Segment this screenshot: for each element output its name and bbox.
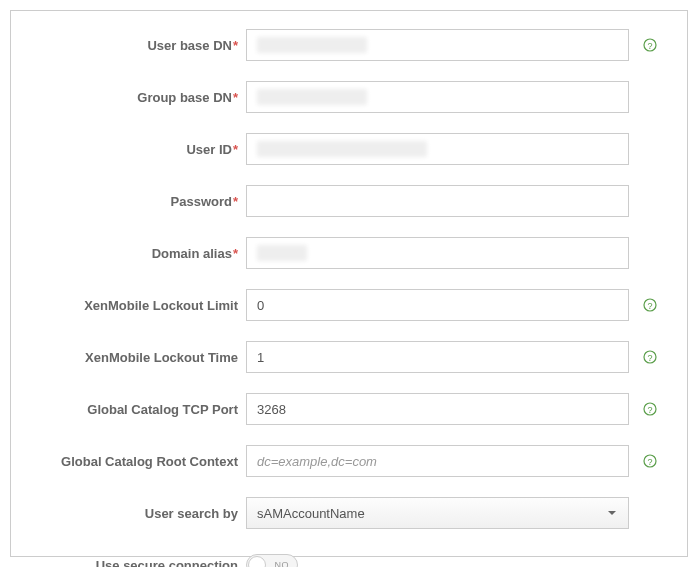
required-mark: * bbox=[233, 194, 238, 209]
label-domain-alias: Domain alias* bbox=[21, 246, 246, 261]
chevron-down-icon bbox=[608, 511, 616, 515]
row-gc-root: Global Catalog Root Context ? bbox=[21, 445, 657, 477]
label-lockout-limit: XenMobile Lockout Limit bbox=[21, 298, 246, 313]
redacted-value bbox=[257, 245, 307, 261]
row-user-base-dn: User base DN* ? bbox=[21, 29, 657, 61]
redacted-value bbox=[257, 141, 427, 157]
input-gc-port[interactable] bbox=[246, 393, 629, 425]
required-mark: * bbox=[233, 90, 238, 105]
select-value: sAMAccountName bbox=[257, 506, 365, 521]
row-lockout-limit: XenMobile Lockout Limit ? bbox=[21, 289, 657, 321]
label-use-secure: Use secure connection bbox=[21, 558, 246, 568]
select-user-search-by[interactable]: sAMAccountName bbox=[246, 497, 629, 529]
label-group-base-dn: Group base DN* bbox=[21, 90, 246, 105]
help-icon[interactable]: ? bbox=[643, 38, 657, 52]
input-lockout-time[interactable] bbox=[246, 341, 629, 373]
row-group-base-dn: Group base DN* bbox=[21, 81, 657, 113]
required-mark: * bbox=[233, 142, 238, 157]
ldap-settings-form: User base DN* ? Group base DN* User ID* … bbox=[10, 10, 688, 557]
svg-text:?: ? bbox=[647, 41, 652, 51]
row-use-secure: Use secure connection NO bbox=[21, 549, 657, 567]
input-gc-root[interactable] bbox=[246, 445, 629, 477]
label-lockout-time: XenMobile Lockout Time bbox=[21, 350, 246, 365]
label-user-search-by: User search by bbox=[21, 506, 246, 521]
help-icon[interactable]: ? bbox=[643, 402, 657, 416]
toggle-use-secure[interactable]: NO bbox=[246, 554, 298, 567]
input-lockout-limit[interactable] bbox=[246, 289, 629, 321]
svg-text:?: ? bbox=[647, 301, 652, 311]
toggle-label: NO bbox=[275, 560, 290, 567]
redacted-value bbox=[257, 37, 367, 53]
svg-text:?: ? bbox=[647, 405, 652, 415]
label-gc-root: Global Catalog Root Context bbox=[21, 454, 246, 469]
toggle-wrapper: NO bbox=[246, 554, 629, 567]
svg-text:?: ? bbox=[647, 457, 652, 467]
input-domain-alias[interactable] bbox=[246, 237, 629, 269]
label-gc-port: Global Catalog TCP Port bbox=[21, 402, 246, 417]
row-lockout-time: XenMobile Lockout Time ? bbox=[21, 341, 657, 373]
label-user-id: User ID* bbox=[21, 142, 246, 157]
input-user-base-dn[interactable] bbox=[246, 29, 629, 61]
label-user-base-dn: User base DN* bbox=[21, 38, 246, 53]
row-password: Password* bbox=[21, 185, 657, 217]
redacted-value bbox=[257, 89, 367, 105]
row-user-search-by: User search by sAMAccountName bbox=[21, 497, 657, 529]
input-user-id[interactable] bbox=[246, 133, 629, 165]
required-mark: * bbox=[233, 38, 238, 53]
label-password: Password* bbox=[21, 194, 246, 209]
help-icon[interactable]: ? bbox=[643, 454, 657, 468]
toggle-knob bbox=[248, 556, 266, 567]
row-domain-alias: Domain alias* bbox=[21, 237, 657, 269]
input-password[interactable] bbox=[246, 185, 629, 217]
svg-text:?: ? bbox=[647, 353, 652, 363]
help-icon[interactable]: ? bbox=[643, 298, 657, 312]
help-icon[interactable]: ? bbox=[643, 350, 657, 364]
row-user-id: User ID* bbox=[21, 133, 657, 165]
input-group-base-dn[interactable] bbox=[246, 81, 629, 113]
required-mark: * bbox=[233, 246, 238, 261]
row-gc-port: Global Catalog TCP Port ? bbox=[21, 393, 657, 425]
